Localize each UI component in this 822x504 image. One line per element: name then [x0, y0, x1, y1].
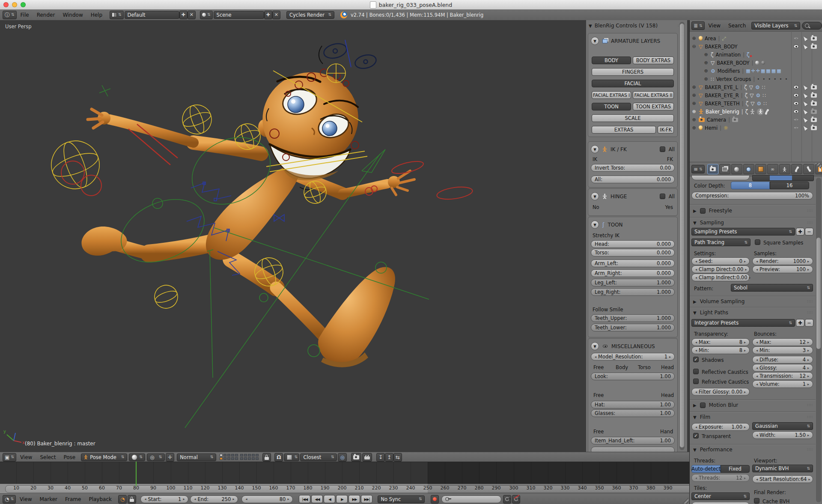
armature-layers-dropdown-button[interactable]: ▼: [591, 37, 599, 45]
hide-toggle[interactable]: [793, 93, 799, 97]
volume-field[interactable]: Volume:1: [752, 380, 813, 388]
outliner-editor-type-button[interactable]: ≣⇅: [691, 21, 705, 30]
screen-layout-icon-button[interactable]: ⇅: [110, 11, 124, 19]
expand-icon[interactable]: ⊕: [703, 52, 709, 57]
add-layout-button[interactable]: ✚: [179, 11, 188, 19]
select-toggle[interactable]: [802, 117, 807, 123]
expand-icon[interactable]: ⊕: [691, 109, 697, 114]
transmission-field[interactable]: Transmission:12: [752, 372, 813, 380]
refractive-caustics-checkbox[interactable]: [693, 379, 699, 384]
sampling-panel-header[interactable]: ▼ Sampling ∷∷: [693, 220, 813, 226]
close-window-button[interactable]: [3, 2, 9, 7]
timeline-band[interactable]: [0, 462, 689, 484]
hat-slider[interactable]: Hat:1.00: [591, 401, 675, 409]
expand-icon[interactable]: ⊕: [691, 36, 697, 41]
viewport-menu-pose[interactable]: Pose: [60, 454, 79, 460]
sampling-presets-select[interactable]: Sampling Presets⇅: [691, 228, 795, 236]
freestyle-checkbox[interactable]: [700, 208, 706, 214]
diffuse-field[interactable]: Diffuse:4: [752, 356, 813, 364]
autokey-record-button[interactable]: [431, 495, 439, 504]
layer-scale-button[interactable]: SCALE: [592, 114, 674, 122]
tile-order-select[interactable]: Center⇅: [691, 492, 750, 500]
menu-help[interactable]: Help: [87, 12, 106, 18]
close-layout-button[interactable]: ✕: [188, 11, 196, 19]
outliner-menu-search[interactable]: Search: [724, 23, 750, 29]
jump-to-start-button[interactable]: |◀◀: [299, 495, 310, 503]
minimize-window-button[interactable]: [12, 2, 17, 7]
select-toggle[interactable]: [802, 44, 807, 50]
transparent-checkbox[interactable]: [693, 433, 699, 438]
hide-toggle[interactable]: [793, 101, 799, 105]
playback-range-toggle[interactable]: ◔: [118, 495, 127, 504]
viewport-editor-type-button[interactable]: ▣⇅: [3, 453, 16, 462]
screen-layout-field[interactable]: Default: [125, 11, 179, 19]
scene-icon-button[interactable]: ⇅: [200, 11, 213, 19]
frame-end-field[interactable]: End:250: [190, 495, 238, 503]
panel-grip[interactable]: ∷∷: [807, 415, 813, 419]
filter-width-field[interactable]: Width:1.50: [752, 431, 813, 439]
expand-icon[interactable]: ⊕: [703, 60, 709, 66]
model-resolution-field[interactable]: Model_Resolution:1: [591, 353, 675, 361]
jump-to-end-button[interactable]: ▶▶|: [361, 495, 372, 503]
hide-toggle[interactable]: [793, 119, 799, 121]
copy-pose-button[interactable]: ↧: [376, 453, 385, 462]
scene-field[interactable]: Scene: [214, 11, 264, 19]
select-toggle[interactable]: [802, 36, 807, 42]
timeline-menu-frame[interactable]: Frame: [61, 496, 85, 502]
teeth-upper-slider[interactable]: Teeth_Upper:1.000: [591, 314, 675, 322]
viewport-menu-view[interactable]: View: [16, 454, 36, 460]
select-toggle[interactable]: [802, 125, 807, 131]
outliner-filter-select[interactable]: Visible Layers⇅: [751, 22, 800, 30]
lock-to-scene-toggle[interactable]: [262, 453, 271, 462]
tab-bone-constraints[interactable]: [803, 164, 814, 174]
expand-icon[interactable]: ⊕: [691, 92, 697, 98]
tab-render-layers[interactable]: [719, 164, 730, 174]
select-toggle[interactable]: [802, 101, 807, 107]
add-preset-button[interactable]: ✚: [796, 228, 804, 236]
ikfk-all-slider[interactable]: All:0.000: [591, 176, 675, 183]
render-samples-field[interactable]: Render:1000: [752, 257, 813, 265]
bounces-max-field[interactable]: Max:12: [752, 338, 813, 346]
panel-grip[interactable]: ∷∷: [807, 403, 813, 407]
outliner-menu-view[interactable]: View: [705, 23, 724, 29]
bounces-min-field[interactable]: Min:3: [752, 346, 813, 354]
cache-bvh-checkbox[interactable]: [754, 498, 759, 504]
hide-toggle[interactable]: [793, 45, 799, 48]
expand-icon[interactable]: ⊕: [691, 84, 697, 90]
clipped-field[interactable]: [691, 502, 750, 504]
panel-grip[interactable]: ∷∷: [807, 221, 813, 225]
integration-select[interactable]: Path Tracing⇅: [691, 239, 751, 246]
transparency-max-field[interactable]: Max:8: [691, 338, 750, 346]
snap-target-select[interactable]: Closest⇅: [300, 453, 337, 461]
tab-render[interactable]: [707, 164, 718, 174]
preview-samples-field[interactable]: Preview:100: [752, 265, 813, 273]
expand-icon[interactable]: ⊕: [691, 117, 697, 122]
layer-facial-button[interactable]: FACIAL: [592, 80, 674, 87]
editor-type-button[interactable]: ⓘ⇅: [3, 11, 17, 19]
glossy-field[interactable]: Glossy:4: [752, 364, 813, 372]
misc-dropdown-button[interactable]: ▼: [591, 342, 599, 350]
menu-render[interactable]: Render: [33, 12, 59, 18]
start-resolution-field[interactable]: Start Resolution:64: [752, 475, 813, 483]
panel-grip[interactable]: ∷∷: [807, 209, 813, 213]
snap-peel-toggle[interactable]: ◎: [338, 453, 346, 462]
layers-widget[interactable]: [220, 454, 259, 460]
ikfk-dropdown-button[interactable]: ▼: [591, 145, 599, 153]
prev-keyframe-button[interactable]: ◀◀: [311, 495, 323, 503]
render-toggle[interactable]: [811, 36, 817, 41]
hide-toggle[interactable]: [793, 38, 799, 39]
render-toggle[interactable]: [811, 118, 817, 122]
integrator-presets-select[interactable]: Integrator Presets⇅: [691, 319, 795, 327]
threads-count-field[interactable]: Threads:12: [691, 474, 750, 482]
menu-file[interactable]: File: [17, 12, 33, 18]
hide-toggle[interactable]: [793, 110, 799, 113]
select-toggle[interactable]: [802, 109, 807, 115]
layer-body-button[interactable]: BODY: [592, 57, 631, 64]
layer-body-extras-button[interactable]: BODY EXTRAS: [633, 57, 674, 64]
layer-extras-button[interactable]: EXTRAS: [592, 126, 656, 134]
maximize-window-button[interactable]: [21, 2, 26, 7]
next-keyframe-button[interactable]: ▶▶: [348, 495, 360, 503]
look-slider[interactable]: Look:1.00: [591, 373, 675, 380]
keying-set-field[interactable]: [441, 495, 501, 503]
timeline-menu-marker[interactable]: Marker: [36, 496, 61, 502]
